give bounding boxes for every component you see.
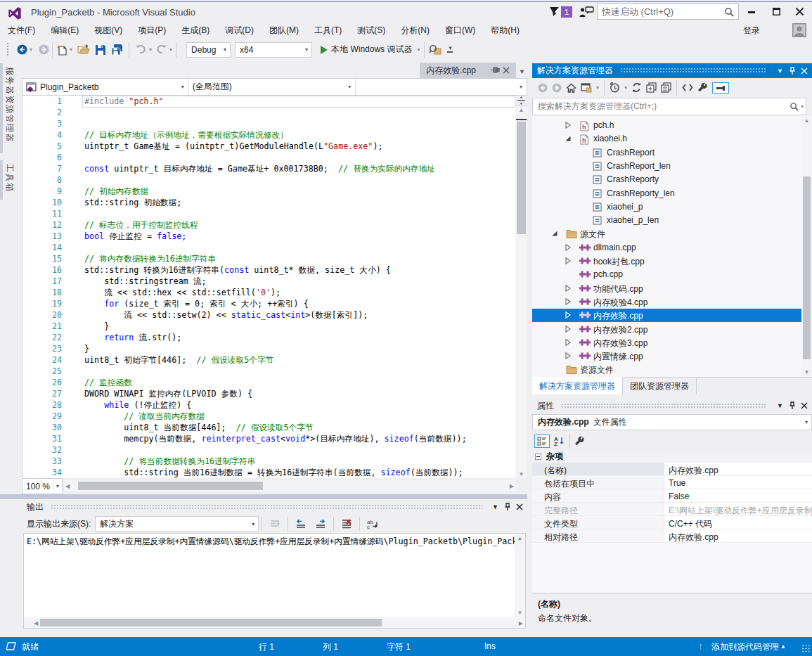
configuration-combo[interactable]: Debug▾ (186, 42, 231, 58)
navigate-forward-icon[interactable] (39, 44, 49, 55)
scroll-right-arrow[interactable]: ▶ (510, 483, 514, 489)
menu-item-9[interactable]: 测试(S) (349, 22, 393, 39)
minimize-button[interactable] (741, 2, 762, 20)
search-dropdown[interactable]: ▾ (799, 103, 806, 110)
tree-item-xiaohei.h[interactable]: hxiaohei.h (532, 132, 800, 146)
add-to-source-control[interactable]: 添加到源代码管理 (711, 641, 779, 653)
close-button[interactable] (789, 2, 810, 20)
tree-item-dllmain.cpp[interactable]: dllmain.cpp (532, 241, 800, 255)
property-row-5[interactable]: 文件类型C/C++ 代码 (532, 516, 812, 529)
solution-explorer-close-icon[interactable] (798, 65, 810, 77)
solution-explorer-scrollbar[interactable]: ▲ ▼ (801, 116, 812, 377)
se-back-icon[interactable] (538, 83, 548, 93)
collapse-category-icon[interactable] (535, 454, 541, 460)
document-tab[interactable]: 内存效验.cpp (420, 63, 516, 78)
categorized-icon[interactable] (534, 435, 550, 448)
navigate-backward-dropdown[interactable]: ▾ (27, 46, 34, 53)
pending-changes-filter-icon[interactable] (610, 82, 620, 93)
category-row[interactable]: 杂项 (532, 451, 812, 463)
tree-item-内存效验3.cpp[interactable]: 内存效验3.cpp (532, 336, 800, 349)
new-file-dropdown[interactable]: ▾ (67, 46, 75, 53)
collapsed-arrow-icon[interactable] (565, 311, 572, 319)
collapsed-arrow-icon[interactable] (565, 285, 572, 292)
collapsed-arrow-icon[interactable] (565, 352, 572, 359)
pending-changes-dropdown[interactable]: ▾ (622, 84, 629, 91)
next-message-icon[interactable] (315, 519, 326, 529)
tree-item-xiaohei_p_len[interactable]: xiaohei_p_len (532, 214, 800, 227)
collapsed-arrow-icon[interactable] (565, 326, 572, 333)
maximize-button[interactable] (766, 2, 787, 20)
output-content[interactable]: E:\网站上架\驱动反作弊+应用层反录制+内置情缘源码\驱动反作弊+应用层反录制… (23, 533, 526, 629)
property-row-1[interactable]: (名称)内存效验.cpp (532, 463, 812, 476)
collapse-all-icon[interactable] (646, 82, 657, 93)
scroll-up-arrow[interactable]: ▲ (515, 107, 527, 113)
output-scroll-left[interactable]: ◀ (34, 620, 38, 626)
source-control-expand-icon[interactable]: ▲ (780, 643, 786, 650)
avatar-icon[interactable] (792, 22, 807, 38)
properties-close-icon[interactable] (798, 400, 810, 411)
property-value[interactable]: 内存效验.cpp (664, 463, 812, 476)
preview-selected-items-icon[interactable] (712, 82, 729, 94)
solution-explorer-search[interactable]: 搜索解决方案资源管理器(Ctrl+;) ▾ (532, 98, 806, 115)
property-row-3[interactable]: 内容False (532, 489, 812, 503)
tree-item-功能代码.cpp[interactable]: 功能代码.cpp (532, 282, 800, 295)
editor-vscroll-thumb[interactable] (517, 122, 526, 234)
output-source-combo[interactable]: 解决方案▾ (95, 516, 259, 532)
expanded-arrow-icon[interactable] (551, 230, 558, 237)
document-well-dropdown[interactable]: ▼ (519, 68, 525, 75)
clear-all-icon[interactable] (341, 519, 352, 529)
properties-object-combo[interactable]: 内存效验.cpp 文件属性 ▾ (532, 414, 812, 430)
solution-explorer-pin-icon[interactable] (786, 65, 798, 77)
collapsed-arrow-icon[interactable] (565, 339, 572, 346)
debugger-label[interactable]: 本地 Windows 调试器 (328, 44, 415, 56)
show-all-files-icon[interactable] (661, 82, 671, 93)
navigate-backward-icon[interactable] (17, 44, 27, 55)
solution-explorer-menu-icon[interactable]: ▼ (774, 65, 786, 77)
se-forward-icon[interactable] (552, 83, 562, 93)
output-scroll-right[interactable]: ▶ (519, 620, 523, 626)
properties-menu-icon[interactable]: ▼ (774, 400, 786, 411)
scroll-down-arrow[interactable]: ▼ (515, 471, 527, 477)
save-icon[interactable] (95, 44, 106, 56)
toolbar-grip[interactable] (6, 42, 10, 57)
menu-item-7[interactable]: 团队(M) (262, 22, 307, 39)
solution-explorer-title-bar[interactable]: 解决方案资源管理器 ▼ (532, 63, 812, 78)
tree-item-xiaohei_p[interactable]: xiaohei_p (532, 200, 800, 214)
navbar-project-dropdown[interactable]: Plugin_Packetb ▾ (22, 79, 189, 95)
tree-item-hook封包.cpp[interactable]: hook封包.cpp (532, 255, 800, 268)
output-vertical-scrollbar[interactable]: ▲ ▼ (515, 534, 525, 617)
tree-item-内存效验.cpp[interactable]: 内存效验.cpp (532, 309, 812, 322)
menu-item-3[interactable]: 视图(V) (86, 22, 130, 39)
resize-grip[interactable] (801, 644, 811, 653)
feedback-icon[interactable] (579, 6, 595, 18)
output-pin-icon[interactable] (501, 501, 513, 513)
promote-preview-pin-icon[interactable] (490, 66, 500, 75)
collapsed-arrow-icon[interactable] (565, 298, 572, 305)
editor-vertical-scrollbar[interactable]: ▲ ▼ (515, 96, 527, 478)
tree-item-CrashReporty_len[interactable]: CrashReporty_len (532, 187, 800, 200)
redo-dropdown[interactable]: ▾ (167, 46, 174, 53)
quick-launch-search[interactable]: 快速启动 (Ctrl+Q) (597, 4, 739, 20)
navbar-scope-dropdown[interactable]: (全局范围) ▾ (189, 79, 356, 95)
close-document-icon[interactable] (503, 67, 510, 74)
se-scroll-down[interactable]: ▼ (801, 369, 812, 375)
undo-icon[interactable] (135, 44, 147, 55)
find-in-files-icon[interactable] (429, 44, 442, 56)
menu-item-4[interactable]: 项目(P) (130, 22, 174, 39)
tree-item-CrashReport[interactable]: CrashReport (532, 146, 800, 160)
properties-title-bar[interactable]: 属性 ▼ (532, 398, 812, 413)
zoom-control[interactable]: 100 % ▾ (22, 478, 63, 494)
output-scroll-up[interactable]: ▲ (515, 535, 525, 541)
tree-item-内置情缘.cpp[interactable]: 内置情缘.cpp (532, 349, 800, 363)
property-row-2[interactable]: 包括在项目中True (532, 476, 812, 489)
menu-item-5[interactable]: 生成(B) (174, 22, 217, 39)
tree-item-内存效验2.cpp[interactable]: 内存效验2.cpp (532, 323, 800, 336)
menu-item-12[interactable]: 帮助(H) (483, 22, 527, 39)
vertical-splitter[interactable] (527, 60, 532, 638)
start-debug-icon[interactable] (320, 45, 328, 55)
menu-item-11[interactable]: 窗口(W) (437, 22, 483, 39)
output-title-bar[interactable]: 输出 ▼ (22, 499, 527, 515)
debugger-dropdown[interactable]: ▾ (415, 46, 422, 53)
search-icon[interactable] (790, 102, 799, 111)
property-value[interactable]: True (664, 476, 812, 489)
